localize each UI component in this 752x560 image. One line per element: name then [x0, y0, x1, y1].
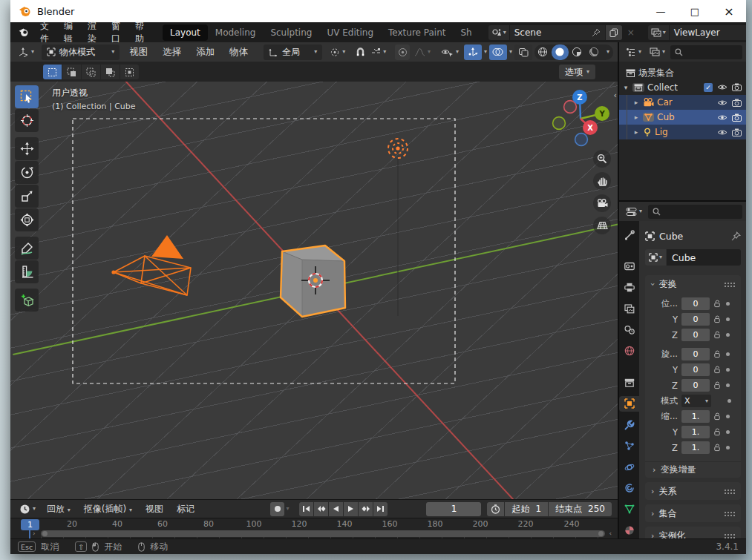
timeline-editor-type-button[interactable]: ▾ — [16, 502, 39, 516]
menu-playback[interactable]: 回放 ▾ — [42, 501, 76, 517]
animate-dot[interactable] — [726, 352, 730, 356]
timeline-scrollbar[interactable] — [41, 530, 605, 537]
rotation-y-field[interactable]: 0 — [681, 363, 710, 376]
measure-tool[interactable] — [15, 260, 39, 283]
hide-eye-icon[interactable] — [717, 128, 728, 136]
menu-view[interactable]: 视图 — [124, 45, 153, 60]
animate-dot[interactable] — [726, 302, 730, 306]
outliner-display-mode-button[interactable]: ▾ — [647, 46, 668, 58]
object-name-input[interactable]: Cube — [667, 249, 741, 266]
delta-transform-panel[interactable]: ›变换增量 — [645, 461, 741, 478]
hide-eye-icon[interactable] — [717, 113, 728, 122]
properties-search-input[interactable] — [648, 205, 742, 219]
animate-dot[interactable] — [728, 399, 731, 403]
location-z-field[interactable]: 0 — [681, 329, 710, 341]
lock-icon[interactable] — [713, 350, 721, 358]
snap-settings-dropdown[interactable]: ▾ — [368, 46, 389, 59]
gizmos-toggle[interactable] — [464, 45, 482, 60]
current-frame-field[interactable]: 1 — [426, 502, 481, 516]
shading-solid-button[interactable] — [552, 45, 569, 60]
frame-start-field[interactable]: 起始1 — [505, 502, 548, 516]
tab-render[interactable] — [619, 259, 639, 274]
maximize-button[interactable]: □ — [678, 0, 712, 22]
navigation-gizmo[interactable]: Z Y X — [546, 85, 615, 153]
tab-world[interactable] — [619, 343, 639, 359]
rotation-x-field[interactable]: 0 — [681, 348, 710, 360]
lock-icon[interactable] — [713, 444, 721, 452]
animate-dot[interactable] — [726, 368, 730, 372]
scene-new-button[interactable] — [606, 25, 622, 40]
panel-drag-handle[interactable] — [724, 533, 735, 538]
expand-triangle-icon[interactable]: ▸ — [632, 113, 640, 121]
viewlayer-name-field[interactable]: ViewLayer — [670, 25, 746, 40]
select-box-tool[interactable] — [15, 85, 39, 108]
animate-dot[interactable] — [726, 430, 730, 434]
jump-to-end-button[interactable] — [373, 502, 388, 516]
play-reverse-button[interactable] — [329, 502, 343, 516]
next-keyframe-button[interactable] — [359, 502, 373, 516]
hide-eye-icon[interactable] — [717, 83, 728, 92]
lock-icon[interactable] — [713, 428, 721, 436]
tab-physics[interactable] — [619, 459, 639, 475]
properties-editor-type-button[interactable]: ▾ — [623, 205, 645, 218]
outliner-search-input[interactable] — [670, 45, 742, 59]
transform-tool[interactable] — [15, 208, 39, 231]
render-visibility-icon[interactable] — [732, 83, 742, 92]
location-x-field[interactable]: 0 — [681, 297, 710, 310]
rotate-tool[interactable] — [15, 161, 39, 184]
breadcrumb-object[interactable]: Cube — [659, 231, 683, 242]
tab-texture-paint[interactable]: Texture Paint — [381, 24, 453, 41]
scene-unlink-button[interactable]: × — [623, 25, 639, 40]
render-visibility-icon[interactable] — [732, 113, 742, 122]
auto-key-button[interactable] — [270, 502, 284, 516]
panel-drag-handle[interactable] — [724, 511, 735, 516]
expand-triangle-icon[interactable]: ▸ — [632, 128, 640, 136]
hide-eye-icon[interactable] — [717, 99, 728, 107]
collapse-triangle-icon[interactable]: ▾ — [622, 84, 630, 91]
xray-toggle[interactable] — [514, 45, 532, 60]
menu-add[interactable]: 添加 — [191, 45, 220, 60]
select-intersect-button[interactable] — [120, 65, 139, 79]
close-button[interactable]: × — [712, 0, 746, 22]
tab-view-layer[interactable] — [619, 301, 639, 317]
shading-material-button[interactable] — [569, 45, 586, 60]
animate-dot[interactable] — [726, 446, 730, 449]
scale-z-field[interactable]: 1. — [681, 441, 710, 454]
timeline-ruler[interactable]: 1 20 40 60 80 100 120 140 160 180 200 22… — [10, 518, 618, 538]
annotate-tool[interactable] — [15, 237, 39, 260]
rotation-z-field[interactable]: 0 — [681, 379, 710, 392]
animate-dot[interactable] — [726, 317, 730, 321]
prev-keyframe-button[interactable] — [314, 502, 328, 516]
collection-checkbox[interactable]: ✓ — [704, 83, 713, 92]
menu-keying[interactable]: 抠像(插帧) ▾ — [79, 501, 137, 517]
proportional-edit-toggle[interactable] — [395, 45, 410, 60]
lock-icon[interactable] — [713, 315, 721, 323]
collections-panel[interactable]: ›集合 — [645, 504, 741, 522]
object-id-icon-button[interactable]: ▾ — [645, 249, 666, 266]
tab-uv-editing[interactable]: UV Editing — [319, 24, 381, 41]
pan-button[interactable] — [593, 172, 611, 190]
scale-tool[interactable] — [15, 185, 39, 208]
minimize-button[interactable]: — — [644, 0, 678, 22]
scene-collection-row[interactable]: 场景集合 — [619, 65, 746, 80]
tab-tool[interactable] — [619, 227, 639, 243]
tab-constraints[interactable] — [619, 481, 639, 496]
tab-material[interactable] — [619, 523, 639, 538]
shading-dropdown[interactable]: ▾ — [603, 49, 613, 55]
scroll-left-icon[interactable]: › — [33, 530, 36, 537]
scale-y-field[interactable]: 1. — [681, 426, 710, 438]
menu-markers[interactable]: 标记 — [171, 501, 200, 517]
viewlayer-browse-button[interactable]: ▾ — [648, 25, 669, 40]
add-cube-tool[interactable] — [15, 289, 39, 312]
viewport-canvas[interactable]: 用户透视 (1) Collection | Cube — [10, 82, 618, 499]
lock-icon[interactable] — [713, 331, 721, 339]
snap-toggle[interactable] — [353, 46, 368, 59]
animate-dot[interactable] — [726, 383, 730, 387]
cursor-tool[interactable] — [15, 109, 39, 132]
select-subtract-button[interactable] — [82, 65, 100, 79]
use-preview-range-button[interactable] — [487, 502, 504, 516]
select-invert-button[interactable] — [101, 65, 120, 79]
sidebar-collapse-icon[interactable]: ‹ — [614, 90, 617, 100]
shading-rendered-button[interactable] — [586, 45, 603, 60]
collection-row[interactable]: ▾ Collect ✓ — [619, 80, 746, 95]
